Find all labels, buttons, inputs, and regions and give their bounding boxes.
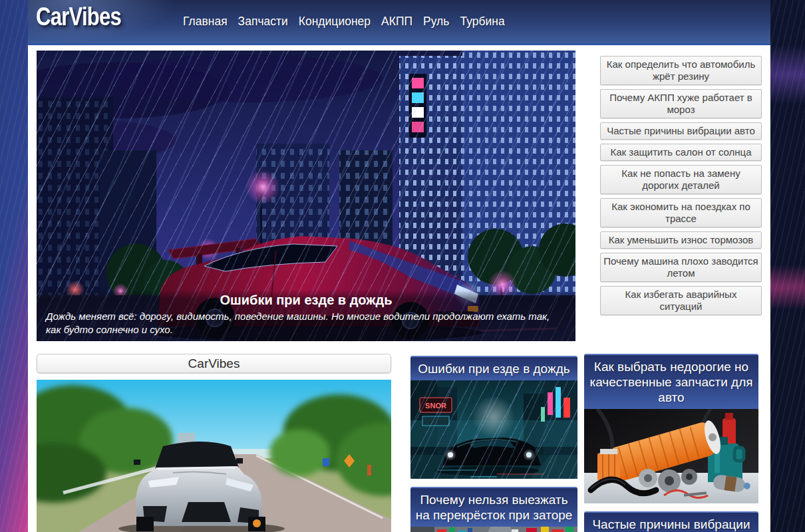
highway-article[interactable]	[37, 380, 391, 532]
hero-caption: Ошибки при езде в дождь Дождь меняет всё…	[37, 290, 575, 341]
page-background: CarVibes Главная Запчасти Кондиционер АК…	[0, 0, 805, 532]
thumb-rain-city-image: SNOR	[410, 380, 577, 479]
article-card-title: Ошибки при езде в дождь	[410, 356, 577, 380]
nav-item-ac[interactable]: Кондиционер	[299, 15, 371, 29]
sidebar-link[interactable]: Как не попасть на замену дорогих деталей	[600, 165, 762, 194]
hero-title: Ошибки при езде в дождь	[46, 293, 566, 308]
section-title[interactable]: CarVibes	[37, 354, 391, 373]
sidebar-link[interactable]: Как определить что автомобиль жрёт резин…	[600, 56, 762, 85]
nav-item-akpp[interactable]: АКПП	[381, 15, 412, 29]
site-logo[interactable]: CarVibes	[36, 3, 121, 31]
highway-image	[37, 380, 391, 532]
sidebar: Как определить что автомобиль жрёт резин…	[600, 56, 762, 319]
hero-article[interactable]: Ошибки при езде в дождь Дождь меняет всё…	[37, 51, 575, 341]
sidebar-link[interactable]: Частые причины вибрации авто	[600, 122, 762, 140]
article-card-title: Как выбрать недорогие но качественные за…	[584, 354, 758, 409]
main-nav: Главная Запчасти Кондиционер АКПП Руль Т…	[183, 0, 505, 43]
sidebar-link[interactable]: Как уменьшить износ тормозов	[600, 231, 762, 249]
below-left-column: CarVibes	[37, 354, 391, 532]
article-card-title: Частые причины вибрации авто	[584, 511, 758, 532]
neon-sign-text: SNOR	[425, 402, 446, 410]
article-card-title: Почему нельзя выезжать на перекрёсток пр…	[410, 487, 577, 527]
article-card[interactable]: Почему нельзя выезжать на перекрёсток пр…	[410, 487, 577, 532]
right-column: Как выбрать недорогие но качественные за…	[584, 354, 758, 532]
thumb-intersection-image	[410, 527, 577, 532]
nav-item-parts[interactable]: Запчасти	[238, 15, 288, 29]
hero-subtitle: Дождь меняет всё: дорогу, видимость, пов…	[46, 310, 566, 336]
nav-item-home[interactable]: Главная	[183, 15, 228, 29]
site-header: CarVibes Главная Запчасти Кондиционер АК…	[28, 0, 770, 45]
sidebar-link[interactable]: Почему АКПП хуже работает в мороз	[600, 89, 762, 118]
sidebar-link[interactable]: Почему машина плохо заводится летом	[600, 253, 762, 282]
middle-column: Ошибки при езде в дождь SNOR	[410, 356, 577, 532]
article-card[interactable]: Как выбрать недорогие но качественные за…	[584, 354, 758, 503]
nav-item-steering[interactable]: Руль	[423, 15, 449, 29]
sidebar-link[interactable]: Как экономить на поездках по трассе	[600, 198, 762, 227]
article-card[interactable]: Частые причины вибрации авто	[584, 511, 758, 532]
neon-sign	[409, 74, 426, 138]
nav-item-turbo[interactable]: Турбина	[460, 15, 504, 29]
article-card[interactable]: Ошибки при езде в дождь SNOR	[410, 356, 577, 479]
site-wrapper: CarVibes Главная Запчасти Кондиционер АК…	[28, 0, 770, 532]
sidebar-link[interactable]: Как защитить салон от солнца	[600, 144, 762, 161]
sidebar-link[interactable]: Как избегать аварийных ситуаций	[600, 286, 762, 315]
thumb-car-parts-image	[584, 409, 758, 503]
